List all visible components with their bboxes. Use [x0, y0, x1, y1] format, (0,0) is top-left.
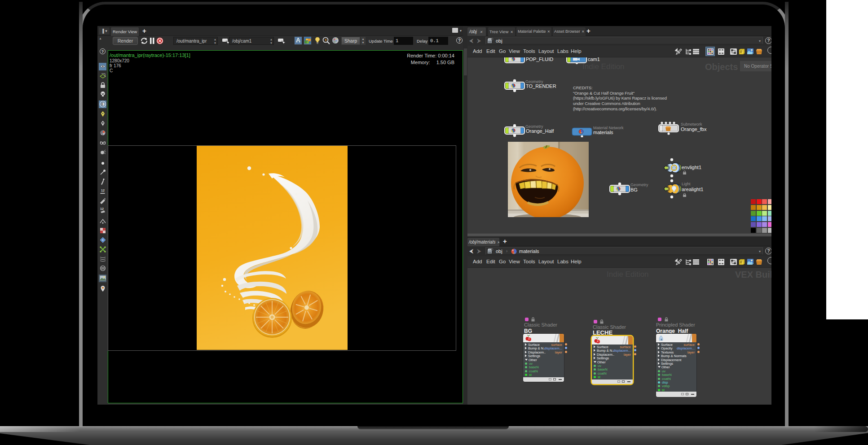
svg-text:12: 12	[100, 207, 104, 210]
svg-text:12: 12	[101, 189, 105, 192]
